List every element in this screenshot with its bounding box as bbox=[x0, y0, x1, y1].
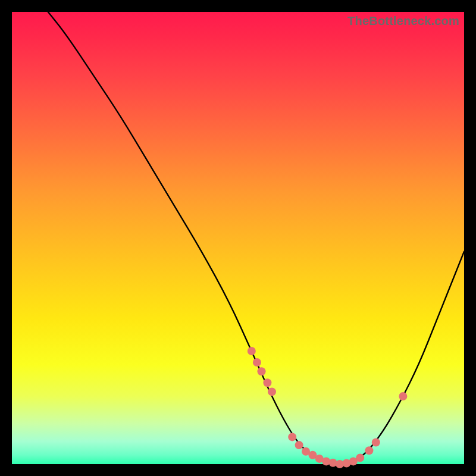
curve-svg bbox=[12, 12, 464, 464]
highlight-dots-group bbox=[248, 347, 408, 468]
highlight-dot bbox=[365, 446, 373, 455]
highlight-dot bbox=[372, 439, 380, 447]
highlight-dot bbox=[263, 378, 271, 387]
plot-area: TheBottleneck.com bbox=[12, 12, 464, 464]
highlight-dot bbox=[253, 358, 261, 367]
highlight-dot bbox=[399, 392, 407, 400]
chart-frame: TheBottleneck.com bbox=[12, 12, 464, 464]
highlight-dot bbox=[288, 433, 296, 441]
highlight-dot bbox=[258, 367, 266, 375]
highlight-dot bbox=[268, 387, 276, 396]
highlight-dot bbox=[356, 453, 364, 462]
highlight-dot bbox=[248, 347, 256, 355]
highlight-dot bbox=[295, 441, 303, 449]
